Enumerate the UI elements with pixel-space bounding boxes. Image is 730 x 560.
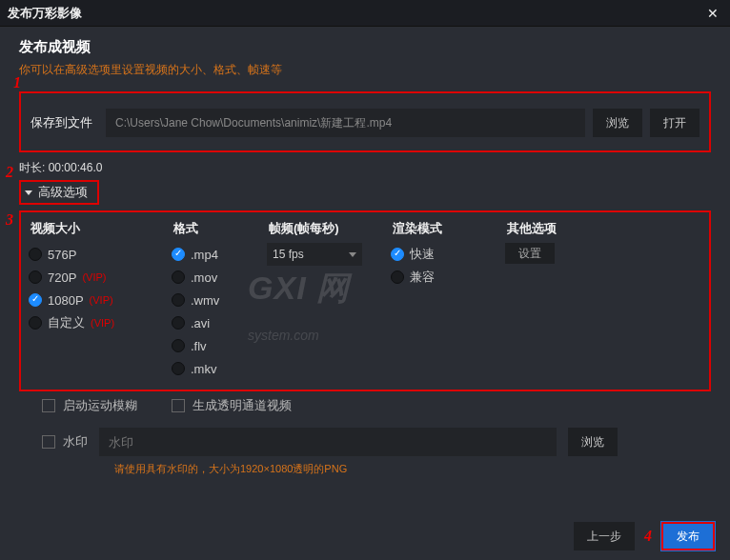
col-render: 渲染模式 xyxy=(391,218,505,243)
alpha-channel-checkbox[interactable]: 生成透明通道视频 xyxy=(172,397,292,414)
size-options: 576P 720P(VIP) 1080P(VIP) 自定义(VIP) xyxy=(29,243,172,380)
duration-label: 时长: 00:00:46.0 xyxy=(19,160,711,176)
col-fps: 帧频(帧每秒) xyxy=(267,218,391,243)
size-custom[interactable]: 自定义(VIP) xyxy=(29,311,172,334)
col-other: 其他选项 xyxy=(505,218,619,243)
annotation-4: 4 xyxy=(644,528,652,545)
titlebar-title: 发布万彩影像 xyxy=(8,5,82,22)
format-mkv[interactable]: .mkv xyxy=(172,357,267,380)
format-wmv[interactable]: .wmv xyxy=(172,289,267,311)
annotation-2: 2 xyxy=(6,164,13,181)
format-mp4[interactable]: .mp4 xyxy=(172,243,267,266)
size-720p[interactable]: 720P(VIP) xyxy=(29,266,172,289)
fps-select[interactable]: 15 fps xyxy=(267,243,362,266)
watermark-input[interactable] xyxy=(99,428,557,456)
format-flv[interactable]: .flv xyxy=(172,334,267,357)
format-options: .mp4 .mov .wmv .avi .flv .mkv xyxy=(172,243,267,380)
render-fast[interactable]: 快速 xyxy=(391,243,505,266)
page-subtitle: 你可以在高级选项里设置视频的大小、格式、帧速等 xyxy=(19,62,711,78)
publish-button[interactable]: 发布 xyxy=(661,522,715,550)
titlebar: 发布万彩影像 ✕ xyxy=(0,0,730,27)
chevron-down-icon xyxy=(25,190,32,195)
col-size: 视频大小 xyxy=(29,218,172,243)
fps-options: 15 fps xyxy=(267,243,391,380)
annotation-3: 3 xyxy=(6,211,13,229)
other-options: 设置 xyxy=(505,243,619,380)
annotation-1: 1 xyxy=(13,74,21,91)
format-mov[interactable]: .mov xyxy=(172,266,267,289)
col-format: 格式 xyxy=(172,218,267,243)
watermark-browse-button[interactable]: 浏览 xyxy=(568,428,618,456)
settings-button[interactable]: 设置 xyxy=(505,243,555,264)
page-title: 发布成视频 xyxy=(19,38,711,56)
chevron-down-icon xyxy=(349,252,356,257)
size-1080p[interactable]: 1080P(VIP) xyxy=(29,289,172,311)
render-compat[interactable]: 兼容 xyxy=(391,266,505,289)
advanced-toggle[interactable]: 高级选项 xyxy=(19,180,99,205)
open-button[interactable]: 打开 xyxy=(650,109,700,137)
save-path-input[interactable] xyxy=(106,109,585,137)
watermark-hint: 请使用具有水印的，大小为1920×1080透明的PNG xyxy=(114,462,701,476)
save-section: 保存到文件 浏览 打开 xyxy=(19,91,711,152)
format-avi[interactable]: .avi xyxy=(172,311,267,334)
watermark-checkbox[interactable]: 水印 xyxy=(42,433,88,450)
save-label: 保存到文件 xyxy=(30,114,92,131)
close-icon[interactable]: ✕ xyxy=(703,4,722,23)
size-576p[interactable]: 576P xyxy=(29,243,172,266)
motion-blur-checkbox[interactable]: 启动运动模糊 xyxy=(42,397,137,414)
options-section: 视频大小 格式 帧频(帧每秒) 渲染模式 其他选项 576P 720P(VIP)… xyxy=(19,210,711,391)
render-options: 快速 兼容 xyxy=(391,243,505,380)
browse-button[interactable]: 浏览 xyxy=(593,109,642,137)
advanced-label: 高级选项 xyxy=(38,184,88,201)
prev-button[interactable]: 上一步 xyxy=(574,522,635,550)
